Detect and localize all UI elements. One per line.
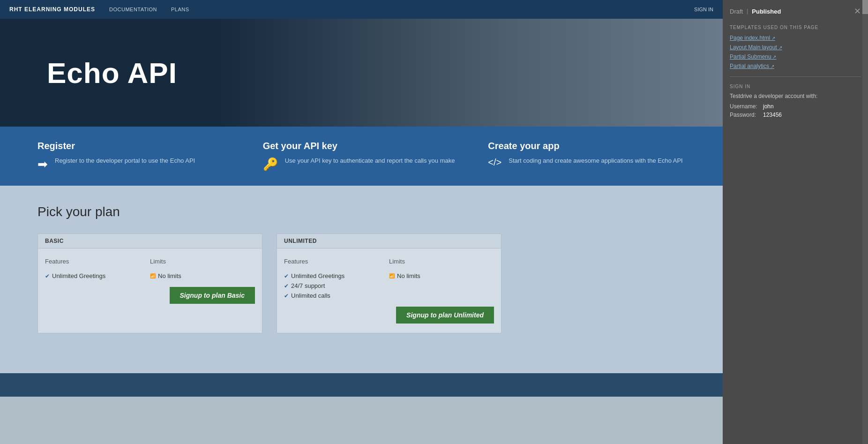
unlimited-feature-3-text: Unlimited calls bbox=[291, 292, 330, 299]
username-label: Username: bbox=[730, 103, 760, 110]
nav-signin[interactable]: SIGN IN bbox=[694, 7, 713, 12]
plan-table-header-basic: Features Limits bbox=[45, 258, 255, 268]
apikey-icon: 🔑 bbox=[263, 157, 278, 172]
unlimited-limit-2 bbox=[389, 282, 494, 289]
bar-icon-1: 📶 bbox=[150, 273, 156, 278]
template-link-submenu[interactable]: Partial Submenu bbox=[730, 53, 861, 60]
template-link-layout[interactable]: Layout Main layout bbox=[730, 44, 861, 51]
unlimited-limits-label: Limits bbox=[389, 258, 494, 265]
panel-divider bbox=[730, 76, 861, 77]
nav-link-documentation[interactable]: DOCUMENTATION bbox=[109, 7, 157, 12]
unlimited-limit-3 bbox=[389, 292, 494, 299]
username-value: john bbox=[763, 103, 774, 110]
footer-bar bbox=[0, 373, 723, 397]
plans-section: Pick your plan BASIC Features Limits bbox=[0, 186, 723, 373]
sign-in-section: SIGN IN Testdrive a developer account wi… bbox=[730, 84, 861, 118]
hero-title: Echo API bbox=[0, 56, 177, 90]
basic-signup-row: Signup to plan Basic bbox=[45, 282, 255, 304]
feature-apikey: Get your API key 🔑 Use your API key to a… bbox=[263, 141, 460, 172]
feature-register: Register ➡ Register to the developer por… bbox=[37, 141, 235, 172]
right-scrollbar[interactable] bbox=[862, 0, 868, 444]
basic-signup-button[interactable]: Signup to plan Basic bbox=[170, 287, 255, 304]
feature-register-row: ➡ Register to the developer portal to us… bbox=[37, 156, 235, 172]
feature-register-desc: Register to the developer portal to use … bbox=[55, 156, 195, 166]
bar-icon-u1: 📶 bbox=[389, 273, 395, 278]
unlimited-feature-2: ✔ 24/7 support bbox=[284, 282, 389, 289]
check-icon-u3: ✔ bbox=[284, 293, 289, 299]
sign-in-section-title: SIGN IN bbox=[730, 84, 861, 89]
nav-brand: RHT ELEARNING MODULES bbox=[9, 6, 95, 13]
plan-header-unlimited: UNLIMITED bbox=[277, 234, 501, 248]
unlimited-plan-row-3: ✔ Unlimited calls bbox=[284, 292, 494, 299]
draft-label[interactable]: Draft bbox=[730, 8, 743, 15]
plan-card-basic: BASIC Features Limits ✔ Unlimited Gre bbox=[37, 233, 262, 333]
unlimited-feature-1: ✔ Unlimited Greetings bbox=[284, 272, 389, 279]
basic-features-label: Features bbox=[45, 258, 150, 265]
unlimited-feature-2-text: 24/7 support bbox=[291, 282, 325, 289]
feature-apikey-title: Get your API key bbox=[263, 141, 460, 151]
sign-in-desc: Testdrive a developer account with: bbox=[730, 93, 861, 99]
password-row: Password: 123456 bbox=[730, 112, 861, 118]
templates-section-title: TEMPLATES USED ON THIS PAGE bbox=[730, 25, 861, 30]
features-bar: Register ➡ Register to the developer por… bbox=[0, 127, 723, 186]
nav-link-plans[interactable]: PLANS bbox=[171, 7, 189, 12]
published-label[interactable]: Published bbox=[752, 8, 781, 15]
unlimited-limit-1-text: No limits bbox=[397, 272, 420, 279]
feature-createapp-row: </> Start coding and create awesome appl… bbox=[488, 156, 685, 168]
password-label: Password: bbox=[730, 112, 760, 118]
unlimited-feature-3: ✔ Unlimited calls bbox=[284, 292, 389, 299]
plan-header-basic: BASIC bbox=[38, 234, 262, 248]
plan-body-unlimited: Features Limits ✔ Unlimited Greetings 📶 bbox=[277, 248, 501, 333]
check-icon-u1: ✔ bbox=[284, 273, 289, 279]
hero-banner: Echo API bbox=[0, 19, 723, 127]
feature-apikey-desc: Use your API key to authenticate and rep… bbox=[285, 156, 455, 166]
plan-card-unlimited: UNLIMITED Features Limits ✔ Unlimited bbox=[277, 233, 501, 333]
register-icon: ➡ bbox=[37, 157, 48, 172]
plan-table-header-unlimited: Features Limits bbox=[284, 258, 494, 268]
plan-body-basic: Features Limits ✔ Unlimited Greetings 📶 bbox=[38, 248, 262, 313]
basic-plan-row-1: ✔ Unlimited Greetings 📶 No limits bbox=[45, 272, 255, 279]
basic-feature-1: ✔ Unlimited Greetings bbox=[45, 272, 150, 279]
unlimited-plan-row-2: ✔ 24/7 support bbox=[284, 282, 494, 289]
feature-createapp: Create your app </> Start coding and cre… bbox=[488, 141, 685, 172]
top-nav: RHT ELEARNING MODULES DOCUMENTATION PLAN… bbox=[0, 0, 723, 19]
template-link-page[interactable]: Page index.html bbox=[730, 35, 861, 41]
feature-register-title: Register bbox=[37, 141, 235, 151]
check-icon-1: ✔ bbox=[45, 273, 50, 279]
createapp-icon: </> bbox=[488, 157, 501, 168]
template-link-analytics[interactable]: Partial analytics bbox=[730, 63, 861, 69]
right-panel: Draft | Published ✕ TEMPLATES USED ON TH… bbox=[723, 0, 868, 444]
unlimited-feature-1-text: Unlimited Greetings bbox=[291, 272, 344, 279]
unlimited-signup-row: Signup to plan Unlimited bbox=[284, 302, 494, 324]
close-button[interactable]: ✕ bbox=[854, 7, 861, 15]
plans-title: Pick your plan bbox=[37, 204, 685, 219]
basic-limits-label: Limits bbox=[150, 258, 255, 265]
feature-createapp-title: Create your app bbox=[488, 141, 685, 151]
feature-createapp-desc: Start coding and create awesome applicat… bbox=[509, 156, 682, 166]
plans-grid: BASIC Features Limits ✔ Unlimited Gre bbox=[37, 233, 685, 333]
separator: | bbox=[747, 8, 748, 15]
unlimited-signup-button[interactable]: Signup to plan Unlimited bbox=[396, 307, 494, 324]
feature-apikey-row: 🔑 Use your API key to authenticate and r… bbox=[263, 156, 460, 172]
unlimited-plan-row-1: ✔ Unlimited Greetings 📶 No limits bbox=[284, 272, 494, 279]
panel-header: Draft | Published ✕ bbox=[730, 7, 861, 15]
basic-feature-1-text: Unlimited Greetings bbox=[52, 272, 105, 279]
scroll-thumb[interactable] bbox=[862, 0, 868, 14]
check-icon-u2: ✔ bbox=[284, 283, 289, 289]
password-value: 123456 bbox=[763, 112, 782, 118]
basic-limit-1: 📶 No limits bbox=[150, 272, 255, 279]
unlimited-features-label: Features bbox=[284, 258, 389, 265]
unlimited-limit-1: 📶 No limits bbox=[389, 272, 494, 279]
username-row: Username: john bbox=[730, 103, 861, 110]
basic-limit-1-text: No limits bbox=[158, 272, 181, 279]
